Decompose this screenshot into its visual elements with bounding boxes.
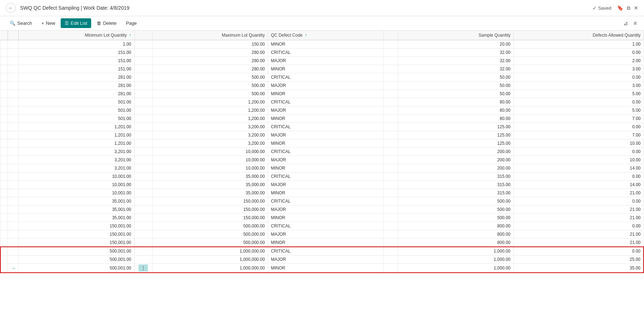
row-selector <box>0 90 8 98</box>
table-row: 150,001.00500,000.00CRITICAL800.000.00 <box>0 222 644 230</box>
defects-allowed-value: 21.00 <box>514 214 644 222</box>
table-container: Minimum Lot Quantity ↑ Maximum Lot Quant… <box>0 31 644 318</box>
table-row: 500,001.001,000,000.00MAJOR1,000.0025.00 <box>0 255 644 264</box>
defects-allowed-value: 5.00 <box>514 106 644 115</box>
defect-code-value: MAJOR <box>268 156 383 164</box>
page-button[interactable]: Page <box>122 18 141 28</box>
row-edit-cell <box>134 98 152 106</box>
space-cell <box>383 49 398 57</box>
table-row: 151.00280.00MINOR32.003.00 <box>0 65 644 73</box>
row-selector <box>0 230 8 239</box>
col-max-lot-header[interactable]: Maximum Lot Quantity <box>152 31 268 40</box>
col-arrow-header <box>8 31 19 40</box>
space-cell <box>383 90 398 98</box>
row-arrow <box>8 255 19 264</box>
defect-code-value: MINOR <box>268 239 383 247</box>
space-cell <box>383 139 398 148</box>
bookmark-button[interactable]: 🔖 <box>617 5 623 11</box>
row-edit-cell <box>134 230 152 239</box>
sample-qty-value: 1,000.00 <box>398 264 513 273</box>
row-edit-cell <box>134 90 152 98</box>
min-lot-value: 35,001.00 <box>19 206 134 214</box>
row-selector <box>0 206 8 214</box>
row-selector <box>0 214 8 222</box>
col-defect-code-header[interactable]: QC Defect Code ↑ <box>268 31 383 40</box>
row-selector <box>0 255 8 264</box>
table-row: 150,001.00500,000.00MINOR800.0021.00 <box>0 239 644 247</box>
sample-qty-value: 200.00 <box>398 164 513 172</box>
sample-qty-value: 50.00 <box>398 90 513 98</box>
defects-allowed-value: 0.00 <box>514 222 644 230</box>
defect-code-value: CRITICAL <box>268 123 383 131</box>
row-arrow: → <box>8 264 19 273</box>
new-button[interactable]: + New <box>37 18 59 28</box>
row-selector <box>0 131 8 139</box>
toolbar-right: ⊿ ≡ <box>622 18 638 28</box>
min-lot-value: 151.00 <box>19 49 134 57</box>
col-defects-allowed-header[interactable]: Defects Allowed Quantity <box>514 31 644 40</box>
table-row: 281.00500.00CRITICAL50.000.00 <box>0 73 644 82</box>
sample-qty-value: 32.00 <box>398 65 513 73</box>
row-edit-cell <box>134 148 152 156</box>
back-button[interactable]: ← <box>6 3 16 13</box>
row-edit-cell[interactable]: ⋮ <box>134 264 152 273</box>
sample-qty-value: 500.00 <box>398 197 513 206</box>
row-selector <box>0 156 8 164</box>
row-edit-cell <box>134 40 152 49</box>
min-lot-value: 1,201.00 <box>19 131 134 139</box>
title-bar-right: ✓ Saved 🔖 ⧉ ✕ <box>593 5 638 11</box>
table-row: 500,001.001,000,000.00CRITICAL1,000.000.… <box>0 247 644 255</box>
max-lot-value: 1,200.00 <box>152 98 268 106</box>
row-edit-cell <box>134 106 152 115</box>
defect-code-value: CRITICAL <box>268 148 383 156</box>
search-button[interactable]: 🔍 Search <box>6 18 36 28</box>
space-cell <box>383 206 398 214</box>
sample-qty-value: 125.00 <box>398 123 513 131</box>
col-min-lot-header[interactable]: Minimum Lot Quantity ↑ <box>19 31 134 40</box>
dots-menu-button[interactable]: ⋮ <box>139 264 148 272</box>
table-row: 10,001.0035,000.00MAJOR315.0014.00 <box>0 181 644 189</box>
defects-allowed-value: 7.00 <box>514 115 644 123</box>
min-lot-value: 10,001.00 <box>19 189 134 197</box>
min-lot-value: 501.00 <box>19 115 134 123</box>
delete-icon: 🗑 <box>97 20 101 26</box>
restore-button[interactable]: ⧉ <box>627 5 630 11</box>
list-view-button[interactable]: ≡ <box>632 18 638 28</box>
new-label: New <box>46 20 55 26</box>
defect-code-value: CRITICAL <box>268 172 383 181</box>
row-selector <box>0 247 8 255</box>
min-lot-value: 3,201.00 <box>19 156 134 164</box>
close-button[interactable]: ✕ <box>634 5 638 11</box>
max-lot-value: 3,200.00 <box>152 131 268 139</box>
row-arrow <box>8 73 19 82</box>
max-lot-value: 500,000.00 <box>152 239 268 247</box>
col-sample-qty-header[interactable]: Sample Quantity <box>398 31 513 40</box>
defects-allowed-value: 21.00 <box>514 206 644 214</box>
min-lot-value: 151.00 <box>19 65 134 73</box>
max-lot-value: 1,200.00 <box>152 115 268 123</box>
defect-code-value: CRITICAL <box>268 49 383 57</box>
row-arrow <box>8 214 19 222</box>
title-bar-left: ← SWQ QC Defect Sampling | Work Date: 4/… <box>6 3 130 13</box>
space-cell <box>383 82 398 90</box>
defects-allowed-value: 0.00 <box>514 123 644 131</box>
table-row: 150,001.00500,000.00MAJOR800.0021.00 <box>0 230 644 239</box>
filter-button[interactable]: ⊿ <box>622 18 629 28</box>
edit-list-button[interactable]: ☰ Edit List <box>61 18 91 28</box>
delete-button[interactable]: 🗑 Delete <box>93 18 121 28</box>
table-row: 1,201.003,200.00CRITICAL125.000.00 <box>0 123 644 131</box>
min-lot-value: 281.00 <box>19 90 134 98</box>
defects-allowed-value: 3.00 <box>514 65 644 73</box>
space-cell <box>383 255 398 264</box>
col-space-header <box>383 31 398 40</box>
row-arrow <box>8 65 19 73</box>
table-row: 151.00280.00CRITICAL32.000.00 <box>0 49 644 57</box>
row-selector <box>0 115 8 123</box>
table-row: 1.00150.00MINOR20.001.00 <box>0 40 644 49</box>
row-selector <box>0 82 8 90</box>
col-selector-header <box>0 31 8 40</box>
table-row: 501.001,200.00CRITICAL80.000.00 <box>0 98 644 106</box>
defect-code-value: MAJOR <box>268 255 383 264</box>
defect-code-value: MAJOR <box>268 230 383 239</box>
table-row: →500,001.00⋮1,000,000.00MINOR1,000.0035.… <box>0 264 644 273</box>
